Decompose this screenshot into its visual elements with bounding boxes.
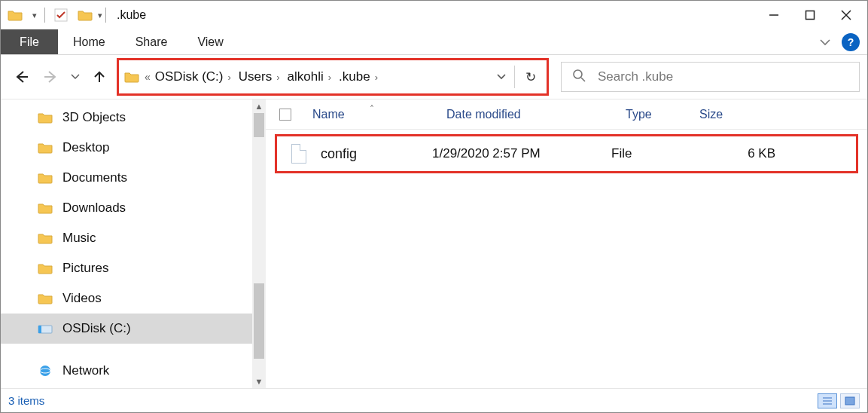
overflow-chevron-icon[interactable]: «: [145, 71, 151, 83]
up-button[interactable]: [87, 64, 112, 90]
refresh-button[interactable]: ↻: [515, 69, 547, 85]
folder-icon: [37, 292, 53, 305]
file-row[interactable]: config 1/29/2020 2:57 PM File 6 KB: [275, 134, 858, 173]
file-list-pane: ˄Name Date modified Type Size config 1/2…: [266, 99, 867, 388]
help-button[interactable]: ?: [842, 33, 860, 51]
details-view-button[interactable]: [818, 393, 837, 408]
column-size[interactable]: Size: [692, 108, 812, 121]
navigation-row: « OSDisk (C:)› Users› alkohli› .kube› ↻: [1, 55, 867, 99]
sidebar-item-label: Documents: [62, 170, 127, 185]
search-box[interactable]: [561, 62, 860, 92]
file-date: 1/29/2020 2:57 PM: [432, 146, 611, 161]
chevron-right-icon[interactable]: ›: [328, 72, 331, 83]
folder-icon: [37, 201, 53, 215]
close-button[interactable]: [828, 3, 864, 27]
status-bar: 3 items: [1, 388, 867, 412]
minimize-button[interactable]: [756, 3, 792, 27]
sidebar-item-label: Network: [62, 363, 109, 378]
disk-icon: [37, 322, 53, 335]
search-icon: [572, 69, 586, 85]
maximize-button[interactable]: [792, 3, 828, 27]
properties-icon[interactable]: [53, 7, 69, 23]
tab-view[interactable]: View: [182, 29, 238, 54]
network-icon: [37, 364, 53, 378]
sidebar-item[interactable]: Videos: [1, 283, 252, 314]
column-label: Date modified: [446, 108, 521, 121]
file-menu[interactable]: File: [1, 29, 58, 54]
breadcrumb-item[interactable]: .kube: [339, 69, 370, 84]
sidebar-item[interactable]: Downloads: [1, 193, 252, 223]
folder-icon[interactable]: [7, 8, 23, 22]
file-type: File: [611, 146, 685, 161]
chevron-right-icon[interactable]: ›: [227, 72, 230, 83]
sidebar-item-label: 3D Objects: [62, 110, 126, 125]
breadcrumb-item[interactable]: OSDisk (C:): [155, 69, 224, 84]
breadcrumb-item[interactable]: Users: [239, 69, 272, 84]
ribbon-expand-icon[interactable]: [813, 29, 837, 54]
address-bar[interactable]: « OSDisk (C:)› Users› alkohli› .kube› ↻: [117, 58, 549, 96]
column-date[interactable]: Date modified: [439, 108, 618, 121]
ribbon-tabs: File Home Share View ?: [1, 29, 867, 55]
folder-icon: [37, 231, 53, 245]
main-area: 3D ObjectsDesktopDocumentsDownloadsMusic…: [1, 99, 867, 388]
title-caret-icon[interactable]: ▾: [98, 11, 102, 20]
address-folder-icon: [119, 71, 145, 83]
scroll-thumb[interactable]: [254, 113, 264, 137]
chevron-right-icon[interactable]: ›: [375, 72, 378, 83]
file-name: config: [321, 146, 432, 162]
back-button[interactable]: [8, 64, 34, 90]
address-dropdown-icon[interactable]: [489, 73, 514, 81]
sidebar-item[interactable]: 3D Objects: [1, 102, 252, 133]
svg-line-3: [842, 11, 851, 20]
search-input[interactable]: [596, 69, 848, 85]
sidebar-item-label: OSDisk (C:): [62, 321, 131, 336]
sidebar-item-label: Videos: [62, 291, 102, 306]
sidebar-item[interactable]: Music: [1, 223, 252, 253]
svg-line-8: [581, 78, 585, 81]
folder-icon: [37, 171, 53, 185]
scroll-down-icon[interactable]: ▼: [252, 375, 266, 388]
qat-caret-icon[interactable]: ▾: [32, 11, 37, 20]
separator: [44, 8, 45, 23]
sidebar-item-label: Music: [62, 231, 96, 246]
tab-home[interactable]: Home: [58, 29, 120, 54]
breadcrumb-item[interactable]: alkohli: [288, 69, 324, 84]
sidebar-item-label: Pictures: [62, 261, 108, 276]
sidebar-item[interactable]: Desktop: [1, 133, 252, 163]
scroll-thumb[interactable]: [254, 283, 264, 359]
sort-ascending-icon: ˄: [370, 104, 374, 115]
column-label: Name: [312, 108, 345, 121]
quick-access-toolbar: ▾: [7, 7, 69, 23]
svg-rect-16: [845, 397, 854, 405]
sidebar-item[interactable]: Documents: [1, 163, 252, 193]
select-all-checkbox[interactable]: [266, 109, 305, 121]
column-name[interactable]: ˄Name: [305, 108, 439, 121]
chevron-right-icon[interactable]: ›: [276, 72, 279, 83]
column-type[interactable]: Type: [618, 108, 692, 121]
window-folder-icon: [77, 8, 93, 22]
folder-icon: [37, 111, 53, 124]
forward-button[interactable]: [38, 64, 64, 90]
navigation-pane: 3D ObjectsDesktopDocumentsDownloadsMusic…: [1, 99, 266, 388]
sidebar-item-label: Downloads: [62, 200, 126, 216]
view-toggle: [818, 393, 860, 408]
title-bar: ▾ ▾ .kube: [1, 1, 867, 29]
svg-rect-2: [806, 11, 815, 20]
svg-point-11: [40, 366, 50, 376]
sidebar-item[interactable]: OSDisk (C:): [1, 314, 252, 344]
thumbnails-view-button[interactable]: [840, 393, 860, 408]
sidebar-item[interactable]: Pictures: [1, 253, 252, 283]
folder-icon: [37, 141, 53, 154]
column-headers: ˄Name Date modified Type Size: [266, 99, 867, 130]
folder-icon: [37, 262, 53, 275]
sidebar-item-label: Desktop: [62, 140, 109, 155]
history-dropdown-icon[interactable]: [69, 64, 82, 90]
svg-point-7: [574, 70, 582, 78]
scroll-up-icon[interactable]: ▲: [252, 99, 266, 113]
svg-line-4: [842, 11, 851, 20]
tab-share[interactable]: Share: [120, 29, 183, 54]
file-size: 6 KB: [685, 146, 806, 161]
sidebar-item[interactable]: Network: [1, 356, 252, 386]
sidebar-scrollbar[interactable]: ▲ ▼: [252, 99, 266, 388]
status-text: 3 items: [8, 394, 44, 407]
